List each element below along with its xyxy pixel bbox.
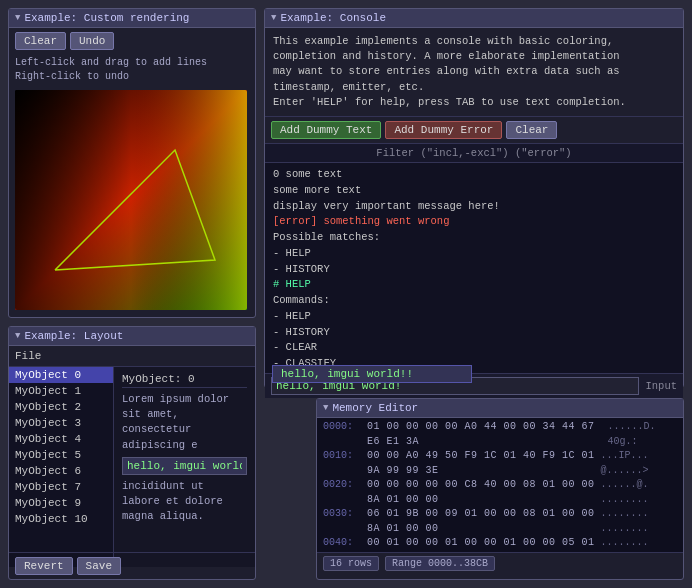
console-input-label: Input <box>645 380 677 392</box>
console-line: some more text <box>273 183 675 199</box>
console-line: - HISTORY <box>273 325 675 341</box>
rows-badge: 16 rows <box>323 556 379 571</box>
desc-line1: This example implements a console with b… <box>273 34 675 49</box>
detail-text-2: incididunt ut labore et dolore magna ali… <box>122 479 247 525</box>
range-badge: Range 0000..38CB <box>385 556 495 571</box>
custom-hint: Left-click and drag to add lines Right-c… <box>9 54 255 86</box>
console-line: - HELP <box>273 246 675 262</box>
memory-row: 0030:06 01 9B 00 09 01 00 00 08 01 00 00… <box>323 507 677 536</box>
console-line: - CLEAR <box>273 340 675 356</box>
console-line: - HISTORY <box>273 262 675 278</box>
console-description: This example implements a console with b… <box>265 28 683 117</box>
clear-button[interactable]: Clear <box>15 32 66 50</box>
arrow-icon-memory: ▼ <box>323 403 328 413</box>
list-item[interactable]: MyObject 1 <box>9 383 113 399</box>
memory-row: 0010:00 00 A0 49 50 F9 1C 01 40 F9 1C 01… <box>323 449 677 478</box>
desc-line5: Enter 'HELP' for help, press TAB to use … <box>273 95 675 110</box>
custom-toolbar: Clear Undo <box>9 28 255 54</box>
panel-custom-rendering: ▼ Example: Custom rendering Clear Undo L… <box>8 8 256 318</box>
mem-ascii: ...IP... @......> <box>600 449 677 478</box>
desc-line4: timestamp, emitter, etc. <box>273 80 675 95</box>
panel-layout-title: ▼ Example: Layout <box>9 327 255 346</box>
panel-custom-title-text: Example: Custom rendering <box>24 12 189 24</box>
file-menu-label: File <box>15 350 41 362</box>
list-item[interactable]: MyObject 0 <box>9 367 113 383</box>
panel-layout-title-text: Example: Layout <box>24 330 123 342</box>
list-item[interactable]: MyObject 7 <box>9 479 113 495</box>
arrow-icon-console: ▼ <box>271 13 276 23</box>
desc-line3: may want to store entries along with ext… <box>273 64 675 79</box>
console-output[interactable]: 0 some textsome more textdisplay very im… <box>265 163 683 373</box>
arrow-icon: ▼ <box>15 13 20 23</box>
list-item[interactable]: MyObject 9 <box>9 495 113 511</box>
revert-button[interactable]: Revert <box>15 557 73 575</box>
list-item[interactable]: MyObject 4 <box>9 431 113 447</box>
desc-line2: completion and history. A more elaborate… <box>273 49 675 64</box>
svg-rect-1 <box>15 90 247 310</box>
layout-file-menu[interactable]: File <box>9 346 255 367</box>
console-line: [error] something went wrong <box>273 214 675 230</box>
panel-memory-title: ▼ Memory Editor <box>317 399 683 418</box>
hint-line1: Left-click and drag to add lines <box>15 56 249 70</box>
panel-memory-title-text: Memory Editor <box>332 402 418 414</box>
console-line: # HELP <box>273 277 675 293</box>
triangle-svg <box>15 90 247 310</box>
hint-line2: Right-click to undo <box>15 70 249 84</box>
memory-row: 0040:00 01 00 00 01 00 00 01 00 00 05 01… <box>323 536 677 552</box>
mem-addr: 0040: <box>323 536 363 552</box>
mem-ascii: ......@. ........ <box>600 478 677 507</box>
autocomplete-dropdown[interactable]: hello, imgui world!! <box>272 365 472 383</box>
mem-bytes: 00 00 00 00 00 C8 40 00 08 01 00 00 8A 0… <box>367 478 596 507</box>
detail-title: MyObject: 0 <box>122 373 247 388</box>
add-dummy-error-button[interactable]: Add Dummy Error <box>385 121 502 139</box>
list-item[interactable]: MyObject 5 <box>9 447 113 463</box>
layout-footer: Revert Save <box>9 552 255 579</box>
console-line: Possible matches: <box>273 230 675 246</box>
detail-input[interactable] <box>122 457 247 475</box>
drawing-canvas[interactable] <box>15 90 247 310</box>
filter-bar: Filter ("incl,-excl") ("error") <box>265 144 683 163</box>
list-item[interactable]: MyObject 3 <box>9 415 113 431</box>
object-list[interactable]: MyObject 0MyObject 1MyObject 2MyObject 3… <box>9 367 114 567</box>
mem-addr: 0020: <box>323 478 363 507</box>
detail-text: Lorem ipsum dolor sit amet, consectetur … <box>122 392 247 525</box>
memory-footer: 16 rows Range 0000..38CB <box>317 552 683 574</box>
mem-bytes: 00 00 A0 49 50 F9 1C 01 40 F9 1C 01 9A 9… <box>367 449 596 478</box>
panel-console-title-text: Example: Console <box>280 12 386 24</box>
panel-custom-title: ▼ Example: Custom rendering <box>9 9 255 28</box>
panel-memory-editor: ▼ Memory Editor 0000:01 00 00 00 00 A0 4… <box>316 398 684 580</box>
mem-addr: 0000: <box>323 420 363 449</box>
list-item[interactable]: MyObject 10 <box>9 511 113 527</box>
mem-bytes: 06 01 9B 00 09 01 00 00 08 01 00 00 8A 0… <box>367 507 596 536</box>
list-item[interactable]: MyObject 2 <box>9 399 113 415</box>
mem-bytes: 01 00 00 00 00 A0 44 00 00 34 44 67 E6 E… <box>367 420 604 449</box>
detail-panel: MyObject: 0 Lorem ipsum dolor sit amet, … <box>114 367 255 567</box>
console-line: display very important message here! <box>273 199 675 215</box>
console-clear-button[interactable]: Clear <box>506 121 557 139</box>
mem-bytes: 00 01 00 00 01 00 00 01 00 00 05 01 00 0… <box>367 536 596 552</box>
save-button[interactable]: Save <box>77 557 121 575</box>
console-line: - HELP <box>273 309 675 325</box>
mem-ascii: ......D. 40g.: <box>608 420 677 449</box>
add-dummy-text-button[interactable]: Add Dummy Text <box>271 121 381 139</box>
console-buttons: Add Dummy Text Add Dummy Error Clear <box>265 117 683 144</box>
mem-addr: 0030: <box>323 507 363 536</box>
autocomplete-item[interactable]: hello, imgui world!! <box>273 366 471 382</box>
memory-content[interactable]: 0000:01 00 00 00 00 A0 44 00 00 34 44 67… <box>317 418 683 552</box>
console-line: Commands: <box>273 293 675 309</box>
undo-button[interactable]: Undo <box>70 32 114 50</box>
console-line: 0 some text <box>273 167 675 183</box>
memory-row: 0020:00 00 00 00 00 C8 40 00 08 01 00 00… <box>323 478 677 507</box>
mem-ascii: ........ ........ <box>600 507 677 536</box>
filter-placeholder: Filter ("incl,-excl") ("error") <box>376 147 571 159</box>
panel-console: ▼ Example: Console This example implemen… <box>264 8 684 388</box>
memory-row: 0000:01 00 00 00 00 A0 44 00 00 34 44 67… <box>323 420 677 449</box>
panel-layout: ▼ Example: Layout File MyObject 0MyObjec… <box>8 326 256 580</box>
list-item[interactable]: MyObject 6 <box>9 463 113 479</box>
detail-text-content: Lorem ipsum dolor sit amet, consectetur … <box>122 393 229 451</box>
mem-addr: 0010: <box>323 449 363 478</box>
mem-ascii: ........ ........ <box>600 536 677 552</box>
arrow-icon-layout: ▼ <box>15 331 20 341</box>
layout-content: MyObject 0MyObject 1MyObject 2MyObject 3… <box>9 367 255 567</box>
panel-console-title: ▼ Example: Console <box>265 9 683 28</box>
